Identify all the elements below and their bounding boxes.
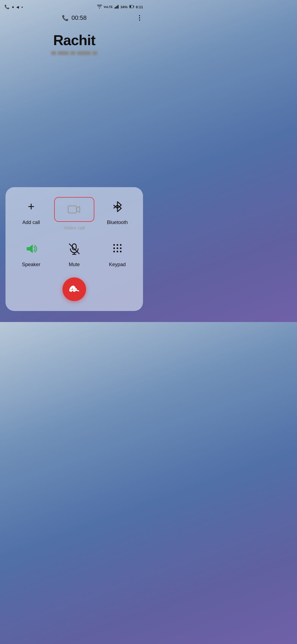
video-call-label: Video call — [64, 225, 85, 231]
speaker-button[interactable]: Speaker — [11, 239, 51, 268]
telegram-icon: ◀ — [16, 5, 19, 9]
svg-point-14 — [113, 244, 115, 246]
bluetooth-button[interactable]: Bluetooth — [97, 197, 138, 231]
time-display: 6:11 — [136, 5, 143, 9]
add-call-button[interactable]: + Add call — [11, 197, 51, 231]
end-call-button[interactable] — [62, 277, 86, 301]
keypad-icon-wrap — [108, 239, 127, 258]
whatsapp-icon: ● — [12, 5, 14, 9]
svg-point-16 — [120, 244, 122, 246]
mute-icon-wrap — [65, 239, 84, 258]
battery-text: 34% — [120, 5, 128, 9]
blur-block-4 — [77, 51, 91, 55]
dot-icon: ● — [21, 6, 23, 9]
controls-grid: + Add call Video call — [11, 197, 138, 268]
end-call-wrap — [11, 277, 138, 301]
keypad-icon — [111, 242, 124, 255]
bluetooth-icon-wrap — [108, 197, 127, 216]
speaker-icon-wrap — [21, 239, 41, 258]
more-options-icon[interactable]: ⋮ — [136, 14, 143, 22]
phone-number-blurred — [0, 51, 148, 55]
keypad-button[interactable]: Keypad — [97, 239, 138, 268]
mute-icon — [68, 242, 81, 255]
bluetooth-label: Bluetooth — [107, 220, 128, 225]
video-call-icon — [68, 203, 81, 216]
status-left-icons: 📞 ● ◀ ● — [4, 4, 23, 9]
svg-point-17 — [113, 247, 115, 249]
battery-icon — [129, 5, 134, 9]
svg-point-21 — [117, 251, 118, 252]
keypad-label: Keypad — [109, 262, 126, 268]
add-call-label: Add call — [22, 220, 40, 225]
blur-block-5 — [92, 51, 97, 55]
blur-block-3 — [70, 51, 75, 55]
mute-label: Mute — [69, 262, 80, 268]
call-phone-icon: 📞 — [62, 15, 69, 21]
svg-rect-0 — [114, 7, 115, 9]
svg-point-15 — [117, 244, 118, 246]
call-timer-bar: 📞 00:58 ⋮ — [0, 12, 148, 24]
svg-point-18 — [117, 247, 118, 249]
svg-rect-5 — [133, 6, 134, 7]
lte-indicator: VoLTE — [104, 5, 113, 9]
bluetooth-icon — [111, 200, 124, 213]
blur-block-2 — [58, 51, 69, 55]
svg-rect-7 — [68, 206, 76, 213]
svg-point-19 — [120, 247, 122, 249]
signal-bars-icon — [114, 5, 119, 9]
status-bar: 📞 ● ◀ ● VoLTE 34% — [0, 0, 148, 12]
svg-rect-2 — [117, 6, 117, 9]
call-controls-panel: + Add call Video call — [6, 187, 143, 311]
status-right-info: VoLTE 34% 6:11 — [97, 5, 143, 9]
svg-point-22 — [120, 251, 122, 252]
speaker-icon — [24, 242, 38, 255]
video-call-icon-wrap — [54, 197, 95, 222]
phone-status-icon: 📞 — [4, 4, 10, 9]
end-call-icon — [68, 283, 80, 295]
plus-icon: + — [28, 201, 35, 212]
wifi-icon — [97, 5, 102, 9]
speaker-label: Speaker — [22, 262, 40, 268]
call-timer: 00:58 — [72, 14, 87, 21]
blur-block-1 — [51, 51, 56, 55]
video-call-button[interactable]: Video call — [54, 197, 95, 231]
svg-rect-1 — [116, 7, 116, 9]
svg-rect-6 — [130, 6, 131, 7]
svg-rect-3 — [118, 5, 119, 9]
mute-button[interactable]: Mute — [54, 239, 95, 268]
add-call-icon-wrap: + — [21, 197, 41, 216]
svg-point-20 — [113, 251, 115, 252]
contact-name: Rachit — [0, 32, 148, 48]
